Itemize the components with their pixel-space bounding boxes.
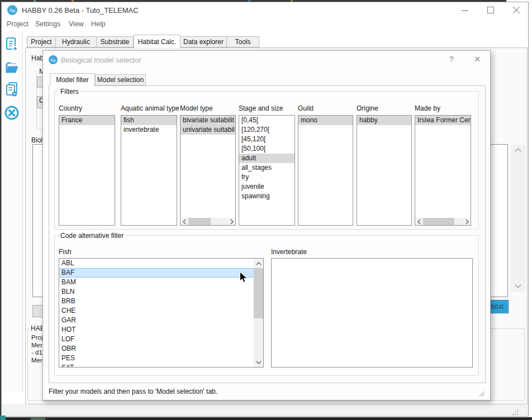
title-bar[interactable]: HABBY 0.26 Beta - Tuto_TELEMAC — [2, 2, 528, 18]
biological-model-selector-dialog: Biological model selector ? ✕ Model filt… — [42, 50, 491, 400]
habby-logo-icon — [49, 55, 58, 64]
horizontal-scrollbar[interactable] — [180, 218, 235, 225]
list-item[interactable]: habby — [357, 116, 411, 125]
fish-vertical-scrollbar[interactable] — [254, 259, 263, 367]
menu-bar: Project Settings View Help — [2, 18, 528, 31]
list-item[interactable]: [45,120[ — [239, 135, 294, 144]
list-item[interactable]: CHE — [59, 306, 254, 316]
menu-settings[interactable]: Settings — [35, 20, 60, 28]
stage-size-list[interactable]: [0,45[[120,270[[45,120[[50,100[adultall_… — [239, 115, 295, 226]
scroll-up-icon — [515, 148, 521, 152]
list-item[interactable]: fish — [121, 116, 177, 125]
list-item[interactable]: invertebrate — [121, 125, 177, 135]
list-item[interactable]: GAR — [59, 316, 254, 325]
list-item[interactable]: [50,100[ — [239, 144, 294, 154]
list-item[interactable]: BRB — [59, 297, 254, 306]
animal-type-list[interactable]: fishinvertebrate — [121, 115, 177, 226]
tab-model-selection[interactable]: Model selection — [95, 74, 146, 85]
made-by-list[interactable]: Irstea Former Cen — [415, 115, 471, 226]
desktop-edge-left — [0, 0, 1, 420]
scroll-right-icon[interactable] — [228, 218, 235, 225]
country-list[interactable]: France — [59, 115, 115, 226]
new-project-icon[interactable] — [4, 37, 20, 54]
list-item[interactable]: adult — [239, 154, 294, 163]
maximize-button[interactable] — [481, 3, 500, 17]
close-button[interactable] — [507, 3, 526, 17]
scrollbar-thumb[interactable] — [423, 218, 454, 225]
window-title: HABBY 0.26 Beta - Tuto_TELEMAC — [22, 6, 139, 15]
tab-tools[interactable]: Tools — [227, 36, 259, 47]
main-vertical-scrollbar[interactable] — [511, 145, 525, 292]
list-item[interactable]: LOF — [59, 335, 254, 344]
origine-list[interactable]: habby — [357, 115, 412, 226]
fish-list[interactable]: ABLBAFBAMBLNBRBCHEGARHOTLOFOBRPESSAT — [59, 258, 264, 367]
dialog-resize-grip[interactable] — [479, 389, 484, 399]
scroll-right-icon[interactable] — [463, 218, 471, 225]
window-resize-grip[interactable] — [512, 408, 519, 418]
list-item[interactable]: juvenile — [239, 182, 294, 192]
menu-view[interactable]: View — [69, 20, 84, 28]
desktop-edge-bottom — [0, 417, 532, 420]
project-properties-icon[interactable] — [4, 82, 20, 98]
list-item[interactable]: France — [59, 116, 115, 125]
invertebrate-label: Invertebrate — [271, 248, 307, 256]
list-item[interactable]: [0,45[ — [239, 116, 294, 125]
country-label: Country — [59, 104, 82, 112]
list-item[interactable]: SAT — [59, 363, 254, 367]
filters-group-label: Filters — [59, 88, 80, 96]
desktop-pixel — [248, 0, 250, 2]
guild-list[interactable]: mono — [298, 115, 353, 226]
list-item[interactable]: bivariate suitabilit — [180, 116, 235, 125]
guild-label: Guild — [298, 104, 314, 112]
list-item[interactable]: BLN — [59, 287, 254, 297]
desktop-corner-accent — [0, 416, 6, 420]
dialog-help-button[interactable]: ? — [443, 52, 460, 66]
tab-project[interactable]: Project — [27, 36, 56, 47]
tab-hydraulic[interactable]: Hydraulic — [56, 36, 97, 47]
list-item[interactable]: Irstea Former Cen — [415, 116, 471, 125]
habby-logo-icon — [7, 5, 17, 15]
list-item[interactable]: univariate suitabil — [180, 125, 235, 135]
model-type-list[interactable]: bivariate suitabilitunivariate suitabil — [180, 115, 236, 226]
list-item[interactable]: HOT — [59, 325, 254, 335]
list-item[interactable]: mono — [298, 116, 353, 125]
list-item[interactable]: BAF — [59, 268, 254, 278]
scrollbar-thumb[interactable] — [254, 268, 263, 318]
list-item[interactable]: OBR — [59, 344, 254, 354]
list-item[interactable]: [120,270[ — [239, 125, 294, 135]
scroll-down-icon — [515, 284, 521, 288]
close-project-icon[interactable] — [4, 105, 20, 122]
minimize-button[interactable] — [455, 3, 474, 17]
scrollbar-thumb[interactable] — [188, 218, 211, 225]
desktop-pixel — [34, 0, 36, 2]
list-item[interactable]: fry — [239, 173, 294, 182]
list-item[interactable]: all_stages — [239, 163, 294, 173]
animal-type-label: Aquatic animal type — [121, 104, 179, 112]
menu-help[interactable]: Help — [91, 20, 106, 28]
code-filter-group-label: Code alternative filter — [59, 232, 125, 240]
list-item[interactable]: BAM — [59, 278, 254, 287]
desktop-edge-top — [0, 0, 506, 2]
scroll-down-icon[interactable] — [254, 357, 263, 367]
list-item[interactable]: spawning — [239, 192, 294, 201]
open-project-icon[interactable] — [4, 59, 20, 76]
scroll-left-icon[interactable] — [415, 218, 422, 225]
scroll-left-icon[interactable] — [180, 218, 188, 225]
dialog-close-button[interactable]: ✕ — [469, 52, 486, 66]
main-status-bar — [2, 404, 528, 416]
background-button-fragment[interactable] — [32, 305, 44, 317]
fish-label: Fish — [59, 248, 72, 256]
horizontal-scrollbar[interactable] — [415, 218, 471, 225]
menu-project[interactable]: Project — [7, 20, 28, 28]
tab-data-explorer[interactable]: Data explorer — [180, 36, 227, 47]
scroll-up-icon[interactable] — [254, 259, 263, 268]
tab-habitat-calc[interactable]: Habitat Calc. — [134, 35, 180, 48]
tab-model-filter[interactable]: Model filter — [50, 73, 95, 86]
list-item[interactable]: PES — [59, 354, 254, 363]
models-list-fragment[interactable] — [490, 144, 508, 297]
stage-size-label: Stage and size — [239, 104, 283, 112]
invertebrate-list[interactable] — [271, 258, 473, 367]
tab-substrate[interactable]: Substrate — [97, 36, 134, 47]
list-item[interactable]: ABL — [59, 259, 254, 268]
biological-list-fragment[interactable] — [32, 144, 44, 297]
